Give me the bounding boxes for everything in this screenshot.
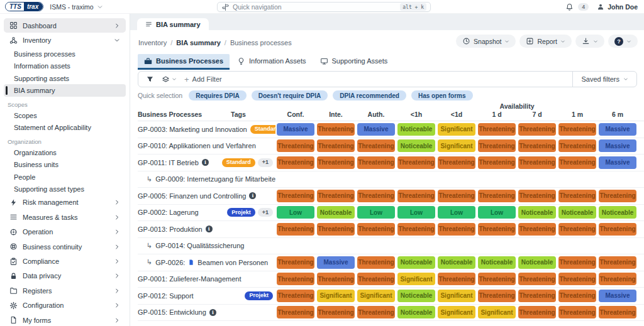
sidebar-item-operation[interactable]: Operation	[4, 225, 126, 239]
add-filter-button[interactable]: + Add Filter	[184, 75, 222, 84]
sidebar-item-supporting-assets[interactable]: Supporting assets	[4, 72, 126, 85]
snapshot-button[interactable]: Snapshot	[456, 35, 516, 48]
sidebar-item-label: Supporting assets	[14, 75, 69, 82]
chevron-right-icon	[113, 199, 121, 205]
sidebar-item-scopes[interactable]: Scopes	[4, 109, 126, 122]
grid-icon	[9, 21, 18, 30]
chevron-down-icon	[172, 77, 177, 82]
lightbulb-icon	[237, 57, 245, 65]
sidebar-item-compliance[interactable]: Compliance	[4, 254, 126, 268]
operation-icon	[9, 228, 18, 236]
tab-supporting-assets[interactable]: Supporting Assets	[314, 54, 394, 70]
table-row-gp-0002-lagerung[interactable]: GP-0002: LagerungProjekt+1LowNoticeableL…	[138, 205, 644, 222]
impact-chip-threatening: Threatening	[438, 273, 475, 285]
help-button[interactable]: ?	[608, 35, 638, 48]
user-name: John Doe	[608, 3, 638, 11]
impact-chip-threatening: Threatening	[317, 306, 355, 318]
quick-filter-requires-dpia[interactable]: Requires DPIA	[189, 90, 246, 101]
tags-cell: Projekt+1	[227, 208, 273, 217]
sidebar-item-business-processes[interactable]: Business processes	[4, 48, 126, 60]
impact-chip-threatening: Threatening	[357, 273, 395, 285]
sidebar-item-business-units[interactable]: Business units	[4, 158, 126, 171]
saved-filters-button[interactable]: Saved filters	[572, 72, 636, 87]
sidebar-item-bia-summary[interactable]: BIA summary	[4, 84, 126, 97]
impact-chip-massive: Massive	[277, 123, 314, 136]
sidebar-item-supporting-asset-types[interactable]: Supporting asset types	[4, 183, 126, 195]
sidebar-item-registers[interactable]: Registers	[4, 283, 126, 298]
file-blue-icon	[188, 259, 194, 266]
table-row-gp-0005-finanzen-und-controlling[interactable]: GP-0005: Finanzen und ControllingiThreat…	[138, 188, 644, 205]
window-tab-label: BIA summary	[156, 21, 201, 28]
process-name-cell: GP-0015: Entwicklungi	[138, 308, 275, 316]
impact-chip-threatening: Threatening	[277, 190, 314, 202]
impact-chip-massive: Massive	[599, 139, 636, 152]
info-icon: i	[206, 225, 213, 232]
quick-navigation-search[interactable]: alt + k	[217, 2, 431, 12]
breadcrumb-item-business-processes[interactable]: Business processes	[230, 39, 292, 46]
sidebar-item-statement-of-applicability[interactable]: Statement of Applicability	[4, 121, 126, 134]
impact-chip-noticeable: Noticeable	[317, 206, 355, 219]
chevron-down-icon	[504, 39, 509, 44]
sidebar-item-label: Compliance	[23, 258, 108, 265]
search-input[interactable]	[233, 3, 397, 11]
tab-business-processes[interactable]: Business Processes	[138, 54, 230, 70]
window-tab-bia-summary[interactable]: BIA summary	[137, 18, 209, 30]
table-row-gp-0015-entwicklung[interactable]: GP-0015: EntwicklungiThreateningThreaten…	[138, 305, 644, 322]
workspace-switcher[interactable]: ISMS - traximo	[50, 3, 103, 11]
table-row-gp-0010-applikationen-und-verfahren[interactable]: GP-0010: Applikationen und VerfahrenThre…	[138, 138, 644, 155]
sidebar-item-organizations[interactable]: Organizations	[4, 146, 126, 159]
table-row-gp-0003-marketing-und-innovation[interactable]: GP-0003: Marketing und InnovationStandar…	[138, 121, 644, 138]
sidebar-item-measures-tasks[interactable]: Measures & tasks	[4, 210, 126, 224]
table-row-gp-0014-qualitätssicherung[interactable]: ↳GP-0014: Qualitätssicherung	[138, 238, 644, 255]
quick-filter-has-open-forms[interactable]: Has open forms	[411, 90, 473, 101]
filter-bar: + Add Filter Saved filters	[138, 71, 637, 87]
table-row-gp-0012-support[interactable]: GP-0012: SupportProjektThreateningSignif…	[138, 288, 644, 305]
impact-chip-threatening: Threatening	[277, 273, 314, 285]
impact-chip-threatening: Threatening	[558, 273, 596, 285]
impact-chip-threatening: Threatening	[558, 190, 596, 202]
breadcrumb-item-bia-summary[interactable]: BIA summary	[176, 39, 221, 46]
quick-filter-doesn-t-require-dpia[interactable]: Doesn't require DPIA	[252, 90, 328, 101]
sidebar-item-label: Operation	[23, 228, 108, 236]
sidebar-item-data-privacy[interactable]: Data privacy	[4, 269, 126, 283]
sidebar-item-business-continuity[interactable]: Business continuity	[4, 239, 126, 254]
impact-chip-threatening: Threatening	[317, 139, 355, 152]
impact-chip-noticeable: Noticeable	[518, 206, 556, 219]
breadcrumb-item-inventory[interactable]: Inventory	[138, 39, 167, 46]
column-header-1-d: 1 d	[477, 111, 517, 119]
sidebar-item-label: Business processes	[14, 50, 75, 58]
table-row-gp-0026[interactable]: ↳GP-0026:Beamen von PersonenThreateningM…	[138, 254, 644, 271]
sidebar-item-risk-management[interactable]: Risk management	[4, 195, 126, 210]
user-menu[interactable]: John Doe	[597, 3, 638, 11]
table-row-gp-0009-internetzugang-für-mitarbeiter[interactable]: ↳GP-0009: Internetzugang für Mitarbeiter	[138, 171, 644, 188]
sidebar-item-people[interactable]: People	[4, 171, 126, 183]
report-button[interactable]: Report	[519, 35, 572, 48]
table-row-gp-0011-it-betrieb[interactable]: GP-0011: IT BetriebiStandard+1Threatenin…	[138, 155, 644, 171]
impact-chip-threatening: Threatening	[599, 256, 636, 269]
impact-chip-threatening: Threatening	[357, 256, 395, 269]
document-icon	[9, 316, 18, 324]
panel-header: Inventory/BIA summary/Business processes…	[130, 30, 644, 54]
filter-funnel-button[interactable]	[146, 75, 154, 84]
impact-chip-threatening: Threatening	[558, 156, 596, 169]
table-row-gp-0013-produktion[interactable]: GP-0013: ProduktioniThreateningThreateni…	[138, 221, 644, 238]
sidebar-item-my-forms[interactable]: My forms	[4, 313, 126, 326]
sidebar-item-configuration[interactable]: Configuration	[4, 298, 126, 313]
sidebar-item-inventory[interactable]: Inventory	[4, 33, 126, 47]
breadcrumb-separator: /	[225, 39, 226, 46]
filter-presets-button[interactable]	[162, 75, 177, 84]
notifications-bell-icon[interactable]	[565, 3, 574, 11]
impact-chip-massive: Massive	[599, 156, 636, 169]
table-row-gp-0001-zulieferer-management[interactable]: GP-0001: Zulieferer-ManagementThreatenin…	[138, 271, 644, 288]
impact-chip-massive: Massive	[357, 123, 395, 136]
table-header-first: Business ProcessesTags	[138, 111, 275, 119]
sidebar-item-dashboard[interactable]: Dashboard	[4, 18, 126, 33]
sidebar-item-information-assets[interactable]: Information assets	[4, 60, 126, 72]
process-name: GP-0002: Lagerung	[138, 209, 199, 216]
table-row-gp-0018-new-process[interactable]: GP-0018: New process	[138, 321, 644, 326]
quick-filter-dpia-recommended[interactable]: DPIA recommended	[333, 90, 406, 101]
process-name-cell: ↳GP-0014: Qualitätssicherung	[138, 242, 275, 250]
lock-icon	[9, 272, 18, 280]
tab-information-assets[interactable]: Information Assets	[231, 54, 313, 70]
export-button[interactable]	[575, 35, 604, 48]
